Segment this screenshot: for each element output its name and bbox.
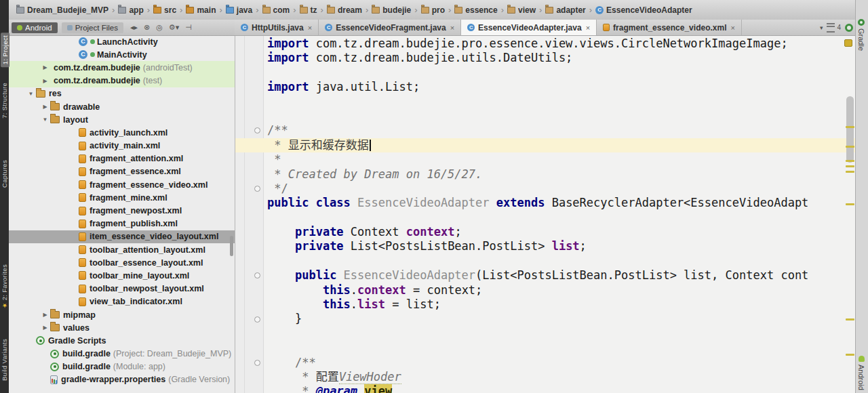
code-line[interactable]: public EssenceVideoAdapter(List<PostsLis… (235, 268, 856, 283)
tree-row[interactable]: LaunchActivity (9, 35, 235, 48)
code-line[interactable] (235, 327, 856, 341)
code-line[interactable]: * @param view (235, 384, 856, 393)
warning-stripe-mark[interactable] (846, 171, 854, 173)
tool-rail-tab[interactable]: 7: Structure (1, 83, 8, 119)
code-line[interactable]: */ (235, 182, 856, 196)
sync-status-icon[interactable] (845, 24, 853, 32)
warning-stripe-mark[interactable] (846, 165, 854, 167)
tree-expanded-arrow[interactable]: ▼ (40, 117, 50, 123)
tab-dropdown-icon[interactable]: ▾ (820, 24, 823, 31)
editor-tab[interactable]: fragment_essence_video.xml× (597, 20, 742, 35)
editor-tab[interactable]: EssenceVideoAdapter.java× (461, 20, 597, 35)
warning-stripe-mark[interactable] (846, 126, 854, 128)
tree-row[interactable]: gradle-wrapper.properties(Gradle Version… (9, 373, 235, 386)
warning-stripe-mark[interactable] (846, 203, 854, 205)
tree-collapsed-arrow[interactable]: ▶ (40, 64, 50, 70)
code-line[interactable]: private List<PostsListBean.PostList> lis… (235, 239, 856, 253)
tree-row[interactable]: ▼res (9, 87, 235, 100)
breadcrumb-item[interactable]: adapter (543, 4, 587, 16)
breadcrumb-item[interactable]: EssenceVideoAdapter (593, 4, 694, 16)
code-line[interactable] (235, 109, 856, 123)
tree-collapsed-arrow[interactable]: ▶ (40, 325, 50, 331)
breadcrumb-item[interactable]: com (260, 4, 292, 16)
code-line[interactable]: import com.tz.dream.budejie.utils.DateUt… (235, 51, 856, 65)
tree-row[interactable]: fragment_essence.xml (9, 165, 235, 178)
tree-collapsed-arrow[interactable]: ▶ (40, 312, 50, 318)
warning-stripe-mark[interactable] (846, 146, 854, 148)
code-line[interactable]: this.context = context; (235, 283, 856, 297)
breadcrumb-item[interactable]: view (505, 4, 538, 16)
code-line[interactable] (235, 341, 856, 355)
code-line[interactable]: * Created by Dream on 16/5/27. (235, 167, 856, 182)
tree-row[interactable]: toolbar_essence_layout.xml (9, 256, 235, 269)
tree-row[interactable]: fragment_essence_video.xml (9, 178, 235, 191)
breadcrumb-item[interactable]: main (184, 4, 218, 16)
warning-stripe-mark[interactable] (846, 318, 854, 320)
editor-tab[interactable]: HttpUtils.java× (235, 20, 319, 35)
code-line[interactable]: this.list = list; (235, 297, 856, 312)
tree-row[interactable]: fragment_publish.xml (9, 218, 235, 230)
tree-row[interactable]: Gradle Scripts (9, 334, 235, 347)
tree-row[interactable]: ▶drawable (9, 100, 235, 113)
code-line[interactable]: * 显示和缓存数据 (235, 138, 856, 152)
tree-row[interactable]: ▶values (9, 321, 235, 334)
tree-row[interactable]: item_essence_video_layout.xml (9, 230, 235, 243)
code-line[interactable]: /** (235, 123, 856, 138)
tree-row[interactable]: toolbar_newpost_layout.xml (9, 283, 235, 295)
code-editor[interactable]: import com.tz.dream.budejie.pro.essence.… (235, 35, 856, 393)
tree-collapsed-arrow[interactable]: ▶ (40, 78, 50, 84)
tree-row[interactable]: activity_launch.xml (9, 126, 235, 139)
tree-row[interactable]: ▶mipmap (9, 308, 235, 321)
tree-collapsed-arrow[interactable]: ▶ (40, 104, 50, 110)
tree-row[interactable]: toolbar_mine_layout.xml (9, 269, 235, 282)
tree-row[interactable]: ▶com.tz.dream.budejie(test) (9, 75, 235, 87)
warning-stripe-mark[interactable] (846, 160, 854, 162)
tree-row[interactable]: activity_main.xml (9, 140, 235, 152)
close-icon[interactable]: ⊗ (144, 23, 150, 32)
code-line[interactable]: * 配置ViewHoder (235, 370, 856, 384)
fold-marker[interactable] (254, 186, 260, 192)
settings-icon[interactable]: ⚙▾ (169, 23, 179, 32)
breadcrumb-item[interactable]: pro (419, 4, 447, 16)
tree-scrollbar[interactable] (230, 236, 233, 256)
editor-scrollbar[interactable] (846, 96, 854, 163)
code-line[interactable] (235, 211, 856, 225)
tab-close-icon[interactable]: × (308, 24, 312, 32)
breadcrumb-item[interactable]: dream (325, 4, 364, 16)
locate-icon[interactable]: ◎ (156, 23, 163, 32)
breadcrumb-item[interactable]: essence (452, 4, 499, 16)
code-line[interactable]: import java.util.List; (235, 80, 856, 94)
tab-close-icon[interactable]: × (586, 24, 590, 32)
collapse-expand-icon[interactable]: ◂▸ (130, 23, 138, 32)
hide-panel-icon[interactable]: ⊣ (185, 23, 192, 32)
code-line[interactable]: import com.tz.dream.budejie.pro.essence.… (235, 37, 856, 51)
code-line[interactable] (235, 66, 856, 80)
tree-row[interactable]: toolbar_attention_layout.xml (9, 243, 235, 256)
code-line[interactable] (235, 254, 856, 268)
tree-row[interactable]: view_tab_indicator.xml (9, 295, 235, 308)
code-line[interactable] (235, 95, 856, 109)
tab-close-icon[interactable]: × (450, 24, 454, 32)
breadcrumb-item[interactable]: budejie (370, 4, 413, 16)
tab-list-icon[interactable] (827, 23, 835, 33)
tree-row[interactable]: build.gradle(Project: Dream_Budejie_MVP) (9, 348, 235, 360)
tree-row[interactable]: build.gradle(Module: app) (9, 360, 235, 373)
tree-row[interactable]: ▼layout (9, 113, 235, 126)
code-area[interactable]: import com.tz.dream.budejie.pro.essence.… (235, 37, 856, 393)
tree-row[interactable]: fragment_mine.xml (9, 191, 235, 204)
tool-rail-tab[interactable]: Captures (1, 160, 8, 188)
tree-row[interactable]: MainActivity (9, 48, 235, 61)
code-line[interactable]: public class EssenceVideoAdapter extends… (235, 196, 856, 210)
breadcrumb-item[interactable]: tz (298, 4, 319, 16)
fold-marker[interactable] (254, 360, 260, 366)
tree-row[interactable]: ▶com.tz.dream.budejie(androidTest) (9, 61, 235, 74)
android-panel-tab[interactable]: Android (857, 356, 865, 390)
breadcrumb-item[interactable]: Dream_Budejie_MVP (14, 4, 111, 16)
gradle-panel-tab[interactable]: Gradle (857, 19, 865, 51)
tree-expanded-arrow[interactable]: ▼ (26, 91, 36, 97)
breadcrumb-item[interactable]: java (224, 4, 254, 16)
tool-rail-tab[interactable]: ★ 2: Favorites (1, 264, 8, 309)
inspection-status-icon[interactable] (844, 39, 852, 47)
tool-rail-tab[interactable]: 1: Project (1, 33, 9, 67)
breadcrumb-item[interactable]: app (116, 4, 145, 16)
